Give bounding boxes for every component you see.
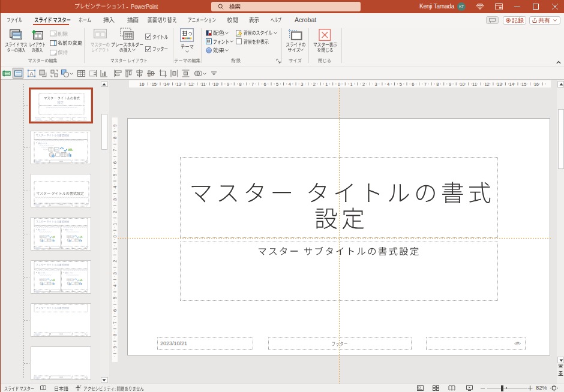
svg-text:5: 5 [112, 297, 118, 299]
svg-text:11: 11 [201, 82, 206, 87]
svg-text:5: 5 [112, 174, 118, 176]
svg-text:9: 9 [449, 82, 451, 87]
svg-text:4: 4 [387, 82, 389, 87]
svg-text:5: 5 [276, 82, 278, 87]
svg-text:14: 14 [164, 82, 169, 87]
svg-text:3: 3 [112, 198, 118, 201]
svg-text:7: 7 [424, 82, 427, 87]
svg-text:6: 6 [112, 161, 118, 164]
svg-text:2: 2 [313, 82, 316, 87]
svg-text:6: 6 [412, 82, 414, 87]
svg-text:2: 2 [362, 82, 365, 87]
svg-text:16: 16 [534, 82, 539, 87]
svg-text:3: 3 [301, 82, 303, 87]
svg-text:8: 8 [112, 137, 118, 139]
svg-text:15: 15 [152, 82, 157, 87]
svg-text:1: 1 [112, 223, 118, 225]
svg-text:8: 8 [112, 334, 118, 336]
svg-text:12: 12 [188, 82, 193, 87]
svg-text:9: 9 [227, 82, 229, 87]
svg-text:0: 0 [112, 235, 118, 237]
svg-text:2: 2 [112, 260, 118, 263]
svg-text:7: 7 [251, 82, 254, 87]
svg-text:3: 3 [112, 272, 118, 275]
svg-text:6: 6 [112, 309, 118, 312]
svg-text:10: 10 [460, 82, 464, 87]
svg-text:1: 1 [325, 82, 328, 87]
svg-text:15: 15 [521, 82, 526, 87]
svg-text:14: 14 [509, 82, 514, 87]
svg-text:1: 1 [350, 82, 353, 87]
svg-text:9: 9 [112, 346, 118, 348]
svg-text:8: 8 [436, 82, 439, 87]
svg-text:1: 1 [112, 248, 118, 250]
svg-text:6: 6 [264, 82, 266, 87]
svg-text:9: 9 [112, 124, 118, 126]
svg-text:4: 4 [112, 285, 118, 287]
svg-text:8: 8 [239, 82, 242, 87]
svg-text:3: 3 [375, 82, 377, 87]
svg-text:7: 7 [112, 321, 118, 324]
svg-text:11: 11 [472, 82, 477, 87]
svg-text:7: 7 [112, 149, 118, 152]
svg-text:4: 4 [289, 82, 291, 87]
svg-text:2: 2 [112, 210, 118, 213]
svg-text:10: 10 [213, 82, 218, 87]
svg-text:16: 16 [139, 82, 144, 87]
svg-text:A: A [29, 71, 33, 77]
svg-text:13: 13 [497, 82, 502, 87]
svg-text:5: 5 [400, 82, 402, 87]
svg-text:13: 13 [176, 82, 181, 87]
svg-text:0: 0 [338, 82, 340, 87]
svg-text:4: 4 [112, 186, 118, 188]
svg-text:12: 12 [484, 82, 489, 87]
